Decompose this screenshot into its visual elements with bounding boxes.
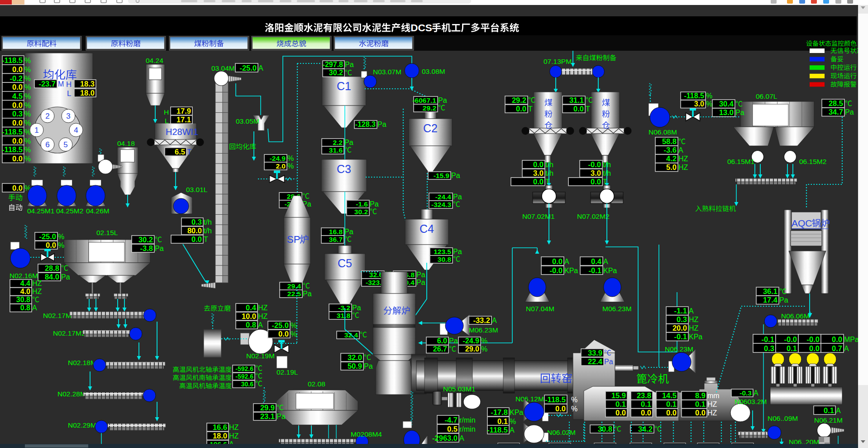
svg-text:30.2: 30.2: [354, 208, 368, 216]
svg-text:2.2: 2.2: [333, 139, 343, 146]
svg-text:Pa: Pa: [370, 200, 379, 208]
svg-text:Pa: Pa: [416, 279, 425, 286]
svg-text:N02.18M: N02.18M: [68, 359, 96, 366]
svg-text:02.08: 02.08: [308, 380, 325, 388]
svg-text:-118.5: -118.5: [487, 426, 508, 434]
svg-text:HZ: HZ: [32, 288, 42, 295]
svg-text:-592.6: -592.6: [235, 365, 253, 372]
svg-text:3.0: 3.0: [694, 100, 704, 108]
svg-text:N05.03M1: N05.03M1: [443, 385, 476, 393]
svg-text:Pa: Pa: [453, 248, 462, 255]
svg-text:-25.0: -25.0: [239, 64, 257, 72]
svg-text:%: %: [291, 330, 297, 338]
svg-text:31.6: 31.6: [329, 146, 343, 154]
svg-text:0.0: 0.0: [12, 101, 23, 109]
svg-text:29.4: 29.4: [287, 282, 301, 290]
svg-text:0.1: 0.1: [787, 344, 797, 352]
svg-text:mm: mm: [707, 392, 720, 400]
svg-text:22.5: 22.5: [287, 290, 301, 298]
svg-text:N02.17M2: N02.17M2: [53, 329, 86, 337]
svg-text:-118.5: -118.5: [684, 92, 705, 100]
svg-text:17.9: 17.9: [176, 107, 191, 115]
svg-text:-24.4: -24.4: [435, 193, 452, 201]
svg-text:06.15M1: 06.15M1: [727, 158, 754, 165]
svg-text:29.9: 29.9: [260, 404, 275, 412]
svg-text:84.0: 84.0: [45, 273, 59, 281]
svg-text:0.0: 0.0: [573, 105, 584, 113]
svg-text:%: %: [291, 322, 297, 329]
svg-text:58.8: 58.8: [662, 137, 677, 145]
svg-text:A: A: [836, 407, 841, 414]
svg-text:A: A: [510, 426, 515, 434]
svg-text:18.0: 18.0: [80, 89, 95, 97]
svg-text:30.2: 30.2: [138, 236, 153, 244]
svg-text:0.1: 0.1: [615, 400, 626, 408]
svg-text:SP: SP: [287, 234, 300, 245]
svg-text:16.6: 16.6: [213, 423, 227, 431]
svg-text:HZ: HZ: [707, 400, 717, 408]
svg-text:C1: C1: [337, 80, 351, 92]
svg-text:A: A: [603, 258, 608, 265]
svg-text:0.3: 0.3: [677, 315, 687, 323]
svg-text:0.8: 0.8: [20, 304, 30, 312]
svg-text:0.0: 0.0: [809, 344, 820, 352]
svg-text:4.2: 4.2: [666, 154, 677, 163]
svg-text:0.0: 0.0: [12, 119, 23, 127]
svg-text:-118.5: -118.5: [2, 145, 23, 154]
svg-text:-592.6: -592.6: [235, 373, 253, 380]
svg-text:N02.19M: N02.19M: [246, 352, 275, 360]
svg-text:N06.23M: N06.23M: [665, 345, 693, 353]
svg-text:-17.8: -17.8: [491, 408, 508, 416]
svg-text:AQC: AQC: [792, 218, 812, 228]
svg-text:HZ: HZ: [258, 313, 268, 320]
svg-text:10.0: 10.0: [242, 312, 256, 320]
svg-text:30.2: 30.2: [329, 69, 343, 77]
svg-text:N02.16M: N02.16M: [10, 272, 38, 279]
svg-text:Pa: Pa: [604, 358, 613, 366]
svg-text:r/min: r/min: [459, 425, 476, 433]
svg-text:5.0: 5.0: [666, 163, 677, 171]
svg-text:%: %: [287, 154, 294, 162]
svg-text:2.0: 2.0: [276, 162, 286, 170]
svg-text:4.4: 4.4: [20, 279, 30, 287]
svg-text:5: 5: [63, 140, 67, 149]
svg-text:%: %: [706, 92, 712, 100]
svg-text:C5: C5: [338, 257, 352, 270]
svg-text:N02.28M: N02.28M: [57, 390, 86, 398]
svg-text:0.0: 0.0: [533, 160, 544, 169]
svg-text:Pa: Pa: [344, 228, 353, 236]
svg-text:0.0: 0.0: [516, 105, 526, 113]
svg-text:Pa: Pa: [451, 172, 460, 179]
svg-text:%: %: [481, 345, 487, 353]
svg-text:18.3: 18.3: [80, 80, 95, 88]
svg-text:DCS: DCS: [410, 22, 432, 34]
svg-text:%: %: [58, 233, 64, 241]
svg-text:04.25M2: 04.25M2: [56, 207, 83, 215]
svg-text:A: A: [844, 345, 849, 352]
svg-text:-118.5: -118.5: [2, 128, 23, 136]
svg-text:H: H: [66, 80, 72, 89]
svg-text:0.0: 0.0: [832, 335, 842, 343]
svg-text:36.7: 36.7: [329, 236, 343, 243]
svg-text:%: %: [24, 101, 31, 109]
svg-text:N07.04M: N07.04M: [526, 305, 554, 313]
svg-text:15.9: 15.9: [611, 391, 626, 400]
svg-text:0.0: 0.0: [555, 405, 566, 413]
svg-text:MPa: MPa: [844, 336, 859, 343]
svg-text:30.6: 30.6: [241, 381, 253, 388]
svg-text:0.1: 0.1: [695, 400, 706, 408]
svg-text:M06.23M: M06.23M: [602, 305, 632, 313]
svg-text:t/h: t/h: [204, 218, 212, 226]
svg-text:C3: C3: [337, 163, 351, 175]
svg-text:0.3: 0.3: [764, 344, 774, 352]
svg-text:A: A: [32, 304, 37, 312]
svg-text:1: 1: [34, 126, 38, 135]
svg-text:0.0: 0.0: [12, 83, 23, 91]
svg-text:06.07L: 06.07L: [756, 92, 777, 100]
svg-text:%: %: [24, 57, 31, 64]
svg-text:Pa: Pa: [61, 273, 70, 281]
svg-text:KPa: KPa: [510, 409, 523, 416]
svg-text:HZ: HZ: [229, 432, 239, 440]
svg-text:A: A: [459, 434, 464, 442]
svg-text:N06.12M: N06.12M: [515, 395, 544, 403]
